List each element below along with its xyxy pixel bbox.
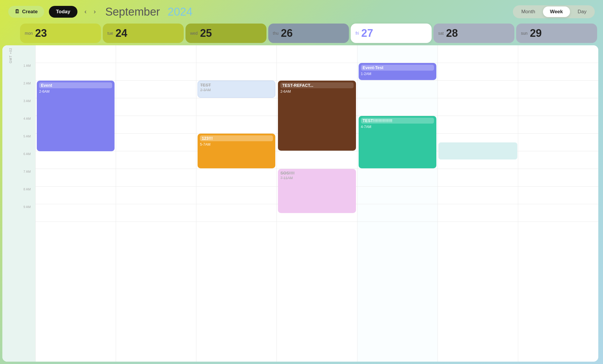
event-time: 4-7AM: [361, 125, 434, 129]
day-name-sun: sun: [521, 31, 528, 36]
day-col-fri: Event-Test 1-2AM TEST!!!!!!!!!!!!!! 4-7A…: [357, 45, 438, 362]
day-num-sat: 28: [446, 27, 458, 39]
today-button[interactable]: Today: [49, 6, 77, 18]
day-num-wed: 25: [200, 27, 212, 39]
day-header-thu[interactable]: thu 26: [268, 24, 349, 43]
event-fri-event-test[interactable]: Event-Test 1-2AM: [359, 63, 436, 80]
event-thu-sos[interactable]: SOS!!!! 7-11AM: [278, 169, 356, 213]
day-col-thu: TEST-REFACT... 2-6AM SOS!!!! 7-11AM: [276, 45, 357, 362]
event-time: 1-2AM: [361, 72, 434, 76]
scroll-area[interactable]: 1 AM 2 AM 3 AM 4 AM 5 AM 6 AM 7 AM 8 AM …: [19, 45, 598, 362]
time-label-4am: 4 AM: [19, 116, 35, 134]
day-header-mon[interactable]: mon 23: [20, 24, 101, 43]
nav-arrows: ‹ ›: [82, 7, 98, 17]
event-title: SOS!!!!: [280, 171, 353, 175]
day-num-thu: 26: [281, 27, 293, 39]
create-button[interactable]: 🗓 Create: [8, 6, 44, 18]
time-labels: GMT +02: [2, 45, 19, 362]
day-name-fri: fri: [355, 31, 359, 36]
event-mon-event[interactable]: Event 2-6AM: [37, 81, 115, 151]
view-switcher: Month Week Day: [513, 5, 595, 18]
day-header-wed[interactable]: wed 25: [185, 24, 266, 43]
event-time: 2-6AM: [280, 89, 353, 94]
time-label-2am: 2 AM: [19, 81, 35, 98]
prev-button[interactable]: ‹: [82, 7, 89, 17]
event-time: 7-11AM: [280, 176, 353, 180]
day-name-tue: tue: [107, 31, 113, 36]
day-num-mon: 23: [35, 27, 47, 39]
day-header-fri[interactable]: fri 27: [351, 24, 432, 43]
next-button[interactable]: ›: [91, 7, 98, 17]
month-title: September: [105, 6, 160, 18]
time-label-9am: 9 AM: [19, 204, 35, 222]
event-title: Event-Test: [363, 65, 384, 70]
day-name-mon: mon: [25, 31, 33, 36]
time-label-6am: 6 AM: [19, 151, 35, 169]
event-time: 2-6AM: [39, 89, 112, 94]
time-label-3am: 3 AM: [19, 98, 35, 116]
time-slots-col: 1 AM 2 AM 3 AM 4 AM 5 AM 6 AM 7 AM 8 AM …: [19, 45, 35, 362]
day-headers: mon 23 tue 24 wed 25 thu 26 fri 27 sat 2…: [19, 24, 598, 43]
event-sat-light[interactable]: [438, 142, 517, 159]
day-col-tue: [116, 45, 196, 362]
app-container: 🗓 Create Today ‹ › September 2024 Month …: [0, 0, 603, 364]
time-label-7am: 7 AM: [19, 169, 35, 187]
day-header-tue[interactable]: tue 24: [103, 24, 184, 43]
day-col-sun: [518, 45, 598, 362]
day-name-sat: sat: [438, 31, 444, 36]
event-title: TEST-REFACT...: [280, 82, 353, 88]
event-title: TEST!!!!!!!!!!!!!!: [363, 118, 392, 123]
day-num-sun: 29: [530, 27, 542, 39]
day-name-thu: thu: [273, 31, 279, 36]
view-week[interactable]: Week: [543, 6, 570, 17]
time-label-0: [19, 45, 35, 63]
view-month[interactable]: Month: [514, 6, 542, 17]
day-col-mon: Event 2-6AM: [35, 45, 116, 362]
calendar-icon: 🗓: [15, 9, 20, 15]
day-header-sat[interactable]: sat 28: [433, 24, 514, 43]
header: 🗓 Create Today ‹ › September 2024 Month …: [0, 0, 603, 24]
day-columns: Event 2-6AM: [35, 45, 598, 362]
year-title: 2024: [168, 6, 193, 18]
event-fri-test-ex[interactable]: TEST!!!!!!!!!!!!!! 4-7AM: [359, 116, 436, 168]
day-name-wed: wed: [190, 31, 198, 36]
time-label-1am: 1 AM: [19, 63, 35, 81]
day-num-fri: 27: [361, 27, 373, 39]
event-title: TEST: [200, 83, 273, 87]
event-title: Event: [41, 83, 52, 88]
event-time: 2-3AM: [200, 88, 273, 92]
day-col-wed: TEST 2-3AM 123!!! 5-7AM: [196, 45, 276, 362]
time-label-8am: 8 AM: [19, 187, 35, 204]
calendar-body: GMT +02 1 AM 2 AM 3 AM 4 AM 5 AM 6 AM 7 …: [2, 45, 598, 362]
event-thu-refact[interactable]: TEST-REFACT... 2-6AM: [278, 81, 356, 151]
event-title: 123!!!: [202, 136, 213, 141]
event-wed-test[interactable]: TEST 2-3AM: [198, 81, 275, 98]
gmt-label: GMT +02: [2, 45, 19, 362]
time-label-5am: 5 AM: [19, 134, 35, 151]
day-header-sun[interactable]: sun 29: [516, 24, 597, 43]
day-num-tue: 24: [115, 27, 127, 39]
view-day[interactable]: Day: [571, 6, 594, 17]
event-wed-123[interactable]: 123!!! 5-7AM: [198, 134, 275, 168]
day-col-sat: [438, 45, 518, 362]
event-time: 5-7AM: [200, 142, 273, 147]
